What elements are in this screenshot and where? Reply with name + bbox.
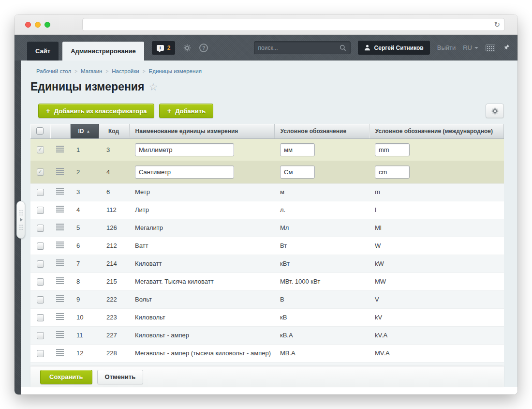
row-name: Мегалитр [129, 219, 274, 237]
table-row: 8 215 Мегаватт. Тысяча киловатт МВт. 100… [30, 273, 504, 290]
expand-arrow-icon [20, 218, 23, 222]
breadcrumb-desktop[interactable]: Рабочий стол [36, 68, 71, 74]
minimize-window-button[interactable] [35, 22, 41, 28]
row-id: 6 [70, 237, 98, 255]
row-checkbox[interactable] [37, 296, 44, 303]
drag-handle-icon[interactable] [56, 188, 64, 195]
row-checkbox[interactable] [37, 168, 44, 176]
address-bar[interactable]: ↻ [82, 18, 505, 31]
expand-menu-handle[interactable] [16, 201, 25, 239]
row-checkbox[interactable] [37, 350, 44, 357]
tab-site[interactable]: Сайт [27, 42, 59, 61]
search-icon[interactable] [340, 45, 346, 51]
row-id: 5 [70, 219, 98, 237]
row-symbol-intl: kW [369, 255, 504, 273]
row-code: 227 [98, 326, 129, 344]
table-header-row: ID▲ Код Наименование единицы измерения У… [30, 124, 504, 138]
search-input[interactable] [258, 45, 340, 51]
add-from-classifier-button[interactable]: + Добавить из классификатора [38, 104, 154, 118]
row-checkbox[interactable] [37, 225, 44, 232]
row-id: 7 [70, 255, 98, 273]
column-header-code[interactable]: Код [98, 124, 129, 138]
select-all-checkbox[interactable] [36, 127, 44, 135]
name-input[interactable] [135, 143, 234, 156]
column-header-symbol[interactable]: Условное обозначение [274, 124, 369, 138]
drag-handle-icon[interactable] [56, 349, 64, 356]
row-code: 222 [98, 290, 129, 308]
header-search [254, 41, 351, 54]
column-header-symbol-intl[interactable]: Условное обозначение (международное) [369, 124, 504, 138]
tab-administration[interactable]: Администрирование [62, 42, 144, 61]
drag-handle-icon[interactable] [56, 146, 64, 152]
row-checkbox[interactable] [37, 278, 44, 286]
row-checkbox[interactable] [37, 189, 44, 196]
row-checkbox[interactable] [37, 260, 44, 268]
drag-handle-icon[interactable] [56, 206, 64, 212]
symbol-input[interactable] [280, 166, 315, 179]
row-checkbox[interactable] [37, 314, 44, 321]
favorite-star-icon[interactable]: ☆ [148, 81, 158, 93]
save-button[interactable]: Сохранить [40, 370, 92, 384]
symbol-input[interactable] [280, 143, 315, 156]
save-bar: Сохранить Отменить [30, 366, 504, 387]
row-code: 6 [98, 183, 129, 201]
row-checkbox[interactable] [37, 332, 44, 339]
row-code: 228 [98, 344, 129, 362]
row-name: Мегаватт. Тысяча киловатт [129, 273, 274, 290]
name-input[interactable] [135, 166, 234, 179]
close-window-button[interactable] [25, 22, 31, 28]
drag-handle-icon[interactable] [56, 224, 64, 230]
symbol-intl-input[interactable] [375, 143, 410, 156]
column-header-id[interactable]: ID▲ [70, 124, 98, 138]
row-checkbox[interactable] [37, 242, 44, 250]
breadcrumb-units[interactable]: Единицы измерения [149, 68, 202, 74]
row-checkbox[interactable] [37, 146, 44, 153]
drag-handle-icon[interactable] [56, 295, 64, 302]
language-label: RU [463, 44, 472, 51]
row-id: 12 [70, 344, 98, 362]
table-row: 5 126 Мегалитр Мл Ml [30, 219, 504, 237]
notifications-button[interactable]: i 2 [152, 41, 176, 55]
notifications-count: 2 [167, 45, 171, 51]
drag-handle-icon[interactable] [56, 242, 64, 248]
breadcrumb-shop[interactable]: Магазин [81, 68, 102, 74]
row-code: 3 [98, 138, 129, 161]
pin-icon[interactable] [502, 44, 510, 51]
cancel-button[interactable]: Отменить [97, 370, 144, 384]
table-row: 6 212 Ватт Вт W [30, 237, 504, 255]
plus-icon: + [46, 106, 50, 115]
bottom-strip [21, 387, 517, 394]
row-name: Ватт [129, 237, 274, 255]
row-id: 10 [70, 308, 98, 326]
row-name: Киловольт - ампер [129, 326, 274, 344]
table-row: 2 4 [30, 161, 504, 183]
drag-handle-icon[interactable] [56, 313, 64, 320]
settings-gear-icon[interactable] [183, 44, 191, 52]
maximize-window-button[interactable] [44, 22, 50, 28]
drag-handle-icon[interactable] [56, 168, 64, 175]
row-symbol [274, 138, 369, 161]
symbol-intl-input[interactable] [375, 166, 410, 179]
help-icon[interactable]: ? [199, 44, 208, 52]
row-symbol-intl: MW [369, 273, 504, 290]
reload-icon[interactable]: ↻ [494, 21, 500, 28]
grid-settings-button[interactable] [486, 104, 504, 118]
chevron-down-icon [474, 47, 478, 51]
row-name: Киловольт [129, 308, 274, 326]
row-id: 4 [70, 201, 98, 219]
row-symbol-intl: W [369, 237, 504, 255]
drag-handle-icon[interactable] [56, 259, 64, 266]
language-selector[interactable]: RU [463, 44, 478, 51]
row-symbol: квар [274, 362, 369, 366]
column-header-name[interactable]: Наименование единицы измерения [129, 124, 274, 138]
drag-handle-icon[interactable] [56, 277, 64, 284]
drag-handle-icon[interactable] [56, 331, 64, 338]
row-checkbox[interactable] [37, 207, 44, 214]
add-button[interactable]: + Добавить [159, 104, 213, 118]
row-name: Литр [129, 201, 274, 219]
logout-link[interactable]: Выйти [437, 44, 456, 51]
header-tabs: Сайт Администрирование [27, 42, 144, 61]
hotkeys-keyboard-icon[interactable] [486, 45, 495, 51]
breadcrumb-settings[interactable]: Настройки [112, 68, 139, 74]
user-menu-button[interactable]: Сергей Ситников [358, 41, 430, 55]
